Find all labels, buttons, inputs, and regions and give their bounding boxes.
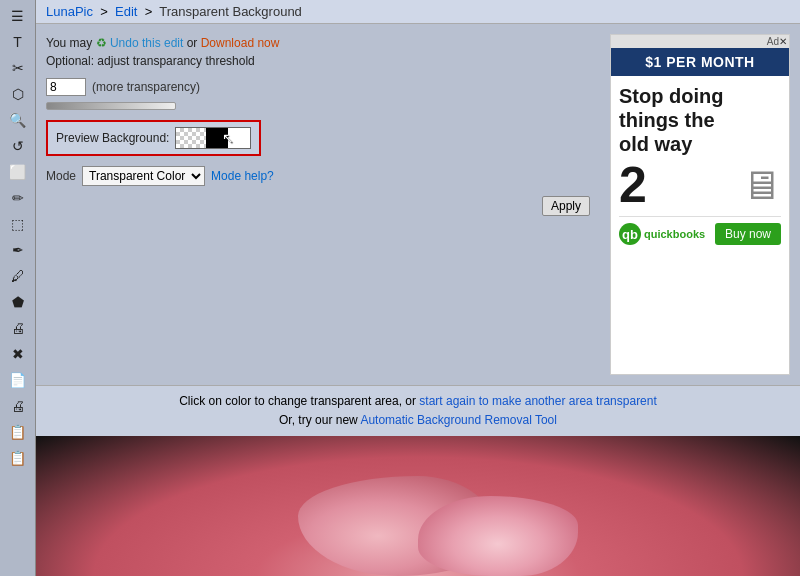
preview-box: Preview Background: ↖ xyxy=(46,120,261,156)
slider-row xyxy=(46,102,600,110)
threshold-input[interactable] xyxy=(46,78,86,96)
tool-pencil[interactable]: ✏ xyxy=(4,186,32,210)
tool-zoom[interactable]: 🔍 xyxy=(4,108,32,132)
tool-scissors[interactable]: ✂ xyxy=(4,56,32,80)
swatch-black[interactable]: ↖ xyxy=(206,128,228,148)
bottom-info: Click on color to change transparent are… xyxy=(36,385,800,436)
preview-swatch[interactable]: ↖ xyxy=(175,127,251,149)
mode-label: Mode xyxy=(46,169,76,183)
petal-2 xyxy=(418,496,578,576)
mode-row: Mode Transparent Color Transparent Area … xyxy=(46,166,600,186)
ad-computer-area: 2 🖥 xyxy=(619,160,781,210)
cursor-arrow-icon: ↖ xyxy=(222,130,234,146)
qb-icon: qb xyxy=(619,223,641,245)
breadcrumb-site[interactable]: LunaPic xyxy=(46,4,93,19)
breadcrumb: LunaPic > Edit > Transparent Background xyxy=(46,4,302,19)
main-panel: LunaPic > Edit > Transparent Background … xyxy=(36,0,800,576)
tool-close[interactable]: ✖ xyxy=(4,342,32,366)
undo-link[interactable]: Undo this edit xyxy=(110,36,183,50)
breadcrumb-page: Transparent Background xyxy=(159,4,302,19)
undo-middle: or xyxy=(187,36,201,50)
quickbooks-logo: qb quickbooks xyxy=(619,223,705,245)
swatch-checker xyxy=(176,128,206,148)
tool-polygon[interactable]: ⬟ xyxy=(4,290,32,314)
info-text: You may ♻ Undo this edit or Download now… xyxy=(46,34,600,70)
tool-print2[interactable]: 🖨 xyxy=(4,394,32,418)
bottom-main-text: Click on color to change transparent are… xyxy=(179,394,419,408)
content-area: You may ♻ Undo this edit or Download now… xyxy=(36,24,800,385)
tool-print[interactable]: 🖨 xyxy=(4,316,32,340)
tool-text[interactable]: T xyxy=(4,30,32,54)
rose-image xyxy=(36,436,800,576)
ad-number: 2 xyxy=(619,160,647,210)
ad-panel: Ad ✕ $1 PER MONTH Stop doing things the … xyxy=(610,34,790,375)
left-panel: You may ♻ Undo this edit or Download now… xyxy=(46,34,600,375)
tool-rotate[interactable]: ↺ xyxy=(4,134,32,158)
ad-body: Stop doing things the old way 2 🖥 qb qui… xyxy=(611,76,789,374)
ad-computer-icon: 🖥 xyxy=(741,163,781,208)
bottom-or-text: Or, try our new xyxy=(279,413,360,427)
tool-shape[interactable]: ⬡ xyxy=(4,82,32,106)
mode-select[interactable]: Transparent Color Transparent Area Smart… xyxy=(82,166,205,186)
tool-rect[interactable]: ⬜ xyxy=(4,160,32,184)
buy-now-button[interactable]: Buy now xyxy=(715,223,781,245)
top-bar: LunaPic > Edit > Transparent Background xyxy=(36,0,800,24)
tool-paste[interactable]: 📋 xyxy=(4,446,32,470)
auto-removal-link[interactable]: Automatic Background Removal Tool xyxy=(360,413,557,427)
start-again-link[interactable]: start again to make another area transpa… xyxy=(419,394,656,408)
tool-menu[interactable]: ☰ xyxy=(4,4,32,28)
ad-close-button[interactable]: ✕ xyxy=(779,36,787,47)
apply-button[interactable]: Apply xyxy=(542,196,590,216)
tool-copy[interactable]: 📋 xyxy=(4,420,32,444)
tool-select[interactable]: ⬚ xyxy=(4,212,32,236)
image-preview xyxy=(36,436,800,576)
ad-label: Ad xyxy=(767,36,779,47)
undo-prefix: You may xyxy=(46,36,96,50)
threshold-slider[interactable] xyxy=(46,102,176,110)
toolbar: ☰ T ✂ ⬡ 🔍 ↺ ⬜ ✏ ⬚ ✒ 🖊 ⬟ 🖨 ✖ 📄 🖨 📋 📋 xyxy=(0,0,36,576)
ad-close-bar: Ad ✕ xyxy=(611,35,789,48)
threshold-row: (more transparency) xyxy=(46,78,600,96)
tool-brush[interactable]: 🖊 xyxy=(4,264,32,288)
threshold-label: (more transparency) xyxy=(92,80,200,94)
breadcrumb-edit[interactable]: Edit xyxy=(115,4,137,19)
mode-help-link[interactable]: Mode help? xyxy=(211,169,274,183)
preview-label: Preview Background: xyxy=(56,131,169,145)
apply-row: Apply xyxy=(46,196,600,216)
optional-text: Optional: adjust transparancy threshold xyxy=(46,54,255,68)
undo-icon: ♻ xyxy=(96,36,107,50)
tool-paint[interactable]: ✒ xyxy=(4,238,32,262)
download-link[interactable]: Download now xyxy=(201,36,280,50)
ad-logo-row: qb quickbooks Buy now xyxy=(619,216,781,245)
ad-top-banner: $1 PER MONTH xyxy=(611,48,789,76)
qb-text: quickbooks xyxy=(644,228,705,240)
ad-headline: Stop doing things the old way xyxy=(619,84,723,156)
tool-file[interactable]: 📄 xyxy=(4,368,32,392)
